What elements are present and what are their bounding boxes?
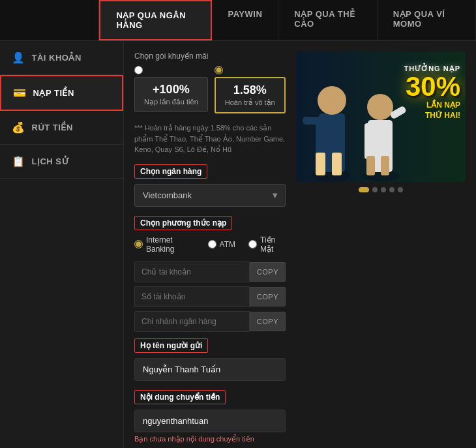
promo-radio-100[interactable] (134, 66, 143, 74)
sidebar-item-tai-khoan[interactable]: 👤 TÀI KHOẢN (0, 41, 123, 75)
sender-input[interactable] (134, 358, 286, 381)
input-chi-nhanh[interactable] (134, 311, 250, 332)
banner-dots (296, 187, 466, 192)
promo-value-158: 1.58% (225, 83, 275, 97)
svg-rect-5 (316, 153, 325, 175)
radio-tien-mat[interactable] (248, 240, 257, 248)
promo-banner: THƯỞNG NẠP 30% LẦN NẠP THỨ HAI! (296, 52, 466, 182)
promo-desc-100: Nạp lần đầu tiên (144, 98, 198, 106)
sender-section: Họ tên người gửi (134, 338, 286, 383)
banner-lan-nap: LẦN NẠP THỨ HAI! (404, 100, 461, 121)
lich-su-icon: 📋 (12, 155, 25, 168)
banner-text: THƯỞNG NẠP 30% LẦN NẠP THỨ HAI! (404, 65, 461, 121)
promo-note: *** Hoàn trả hàng ngày 1.58% cho các sản… (134, 123, 286, 155)
method-label-internet-banking: Internet Banking (146, 235, 195, 254)
banner-dot-2[interactable] (372, 187, 378, 192)
tab-nap-qua-the-cao[interactable]: NẠP QUA THẺ CÀO (278, 0, 377, 40)
top-tab-bar: NẠP QUA NGÂN HÀNG PAYWIN NẠP QUA THẺ CÀO… (0, 0, 476, 41)
content-input[interactable] (134, 410, 286, 432)
svg-point-10 (367, 94, 393, 120)
input-so-tai-khoan[interactable] (134, 286, 250, 307)
sidebar-item-nap-tien[interactable]: 💳 NẠP TIỀN (0, 75, 123, 111)
bank-field-chu-tai-khoan: COPY (134, 261, 286, 282)
main-layout: 👤 TÀI KHOẢN 💳 NẠP TIỀN 💰 RÚT TIỀN 📋 LỊCH… (0, 41, 476, 448)
banner-dot-5[interactable] (398, 187, 403, 192)
content-area: Chọn gói khuyến mãi +100% Nạp lần đầu ti… (124, 41, 476, 448)
bank-section: Chọn ngân hàng Vietcombank Techcombank V… (134, 164, 286, 207)
method-internet-banking[interactable]: Internet Banking (134, 235, 195, 254)
content-section: Nội dung chuyển tiền Bạn chưa nhập nội d… (134, 390, 286, 443)
banner-percent: 30% (404, 73, 461, 100)
promo-image-panel: THƯỞNG NẠP 30% LẦN NẠP THỨ HAI! (296, 52, 466, 448)
nap-tien-icon: 💳 (13, 87, 27, 99)
svg-rect-11 (364, 123, 373, 159)
banner-dot-1[interactable] (359, 187, 369, 192)
sidebar: 👤 TÀI KHOẢN 💳 NẠP TIỀN 💰 RÚT TIỀN 📋 LỊCH… (0, 41, 124, 448)
bank-field-chi-nhanh: COPY (134, 311, 286, 332)
bank-select[interactable]: Vietcombank Techcombank VPBank BIDV Agri… (134, 184, 286, 207)
method-label: Chọn phương thức nạp (134, 216, 232, 230)
banner-dot-4[interactable] (389, 187, 394, 192)
svg-rect-4 (332, 117, 342, 156)
svg-rect-14 (381, 156, 389, 175)
promo-desc-158: Hoàn trả vô tận (225, 98, 275, 107)
sidebar-item-rut-tien[interactable]: 💰 RÚT TIỀN (0, 111, 123, 145)
input-chu-tai-khoan[interactable] (134, 261, 250, 282)
tab-nap-qua-ngan-hang[interactable]: NẠP QUA NGÂN HÀNG (99, 0, 212, 40)
promo-radio-158[interactable] (215, 66, 223, 74)
content-error: Bạn chưa nhập nội dung chuyển tiền (134, 435, 286, 443)
bank-fields: COPY COPY COPY (134, 261, 286, 332)
promo-option-100[interactable]: +100% Nạp lần đầu tiên (134, 66, 208, 113)
promo-value-100: +100% (144, 83, 198, 97)
copy-btn-so-tai-khoan[interactable]: COPY (250, 287, 286, 306)
method-label-tien-mat: Tiền Mặt (260, 235, 286, 254)
promo-card-158[interactable]: 1.58% Hoàn trả vô tận (215, 77, 286, 113)
payment-methods: Internet Banking ATM Tiền Mặt (134, 235, 286, 254)
bank-label: Chọn ngân hàng (134, 164, 207, 179)
promo-option-158[interactable]: 1.58% Hoàn trả vô tận (215, 66, 286, 113)
svg-rect-12 (381, 123, 389, 159)
content-label: Nội dung chuyển tiền (134, 390, 226, 404)
method-label-atm: ATM (220, 240, 235, 249)
sender-label: Họ tên người gửi (134, 338, 208, 353)
sidebar-label-tai-khoan: TÀI KHOẢN (32, 53, 82, 63)
form-panel: Chọn gói khuyến mãi +100% Nạp lần đầu ti… (134, 52, 286, 448)
method-tien-mat[interactable]: Tiền Mặt (248, 235, 286, 254)
copy-btn-chu-tai-khoan[interactable]: COPY (250, 262, 286, 282)
tab-paywin[interactable]: PAYWIN (212, 0, 278, 40)
copy-btn-chi-nhanh[interactable]: COPY (250, 312, 286, 331)
svg-rect-7 (303, 117, 319, 125)
svg-rect-13 (366, 156, 375, 175)
sidebar-label-rut-tien: RÚT TIỀN (32, 123, 73, 132)
tab-nap-qua-vi-momo[interactable]: NẠP QUA VÍ MOMO (378, 0, 476, 40)
bank-select-container: Vietcombank Techcombank VPBank BIDV Agri… (134, 184, 286, 207)
banner-dot-3[interactable] (381, 187, 386, 192)
radio-internet-banking[interactable] (134, 240, 143, 248)
promo-label: Chọn gói khuyến mãi (134, 52, 286, 61)
promo-options: +100% Nạp lần đầu tiên 1.58% Hoàn trả vô… (134, 66, 286, 113)
sidebar-label-lich-su: LỊCH SỬ (32, 157, 70, 166)
svg-rect-6 (332, 153, 342, 175)
svg-point-2 (318, 86, 346, 115)
promo-card-100[interactable]: +100% Nạp lần đầu tiên (134, 77, 208, 112)
bank-field-so-tai-khoan: COPY (134, 286, 286, 307)
method-atm[interactable]: ATM (208, 240, 235, 249)
radio-atm[interactable] (208, 240, 216, 248)
payment-method-section: Chọn phương thức nạp Internet Banking AT… (134, 216, 286, 254)
rut-tien-icon: 💰 (12, 121, 25, 134)
user-icon: 👤 (12, 52, 25, 64)
sidebar-item-lich-su[interactable]: 📋 LỊCH SỬ (0, 145, 123, 179)
sidebar-label-nap-tien: NẠP TIỀN (33, 88, 74, 98)
promo-section: Chọn gói khuyến mãi +100% Nạp lần đầu ti… (134, 52, 286, 113)
